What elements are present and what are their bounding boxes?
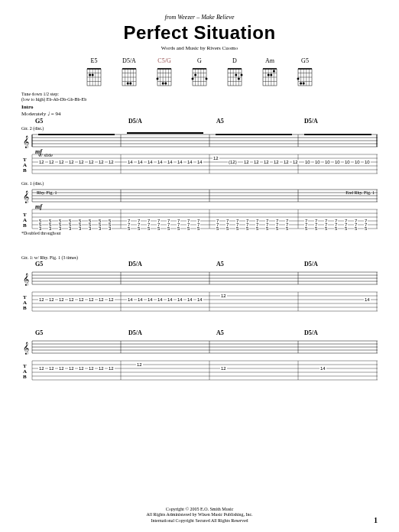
tab-numbers: 1212121212121212 1414141414141414 12 14 <box>21 290 378 313</box>
chord-grid-icon <box>121 66 138 87</box>
svg-text:𝄞: 𝄞 <box>23 342 29 355</box>
chord-grid-icon <box>297 66 313 87</box>
svg-point-67 <box>268 74 270 76</box>
svg-point-81 <box>303 83 305 85</box>
tab-gtr1: TAB 553 553 553 553 553 553 553 553 775 … <box>21 207 378 230</box>
from-line: from Weezer – Make Believe <box>21 14 378 21</box>
chord-line: G5 D5/A A5 D5/A <box>21 118 378 125</box>
gtr2-label: Gtr. 2 (dist.) <box>21 126 378 131</box>
chord-c5g: C5/G <box>156 57 173 87</box>
chord-am: Am <box>261 57 278 87</box>
svg-point-31 <box>157 78 159 80</box>
tab-numbers: 1212121212121212 12 12 14 <box>21 358 378 381</box>
doubled-note: *Doubled throughout <box>21 231 378 235</box>
svg-rect-96 <box>304 134 371 135</box>
svg-point-44 <box>194 74 196 76</box>
tempo: Moderately ♩ = 94 <box>21 111 378 117</box>
svg-point-80 <box>300 83 302 85</box>
svg-point-55 <box>235 74 237 76</box>
svg-text:𝄞: 𝄞 <box>23 190 29 204</box>
sheet-page: from Weezer – Make Believe Perfect Situa… <box>0 0 399 532</box>
svg-point-32 <box>162 83 164 85</box>
chord-grid-icon <box>156 66 173 87</box>
svg-point-79 <box>297 78 300 80</box>
svg-point-33 <box>164 83 167 85</box>
tab-gtr2: TAB 1212121212121212 1414141414141414 12… <box>21 152 378 175</box>
svg-rect-95 <box>216 134 292 135</box>
svg-text:𝄞: 𝄞 <box>23 273 29 287</box>
chord-grid-icon <box>261 66 278 87</box>
credits: Words and Music by Rivers Cuomo <box>21 45 378 51</box>
svg-point-69 <box>273 70 275 73</box>
system-2: G5 D5/A A5 D5/A 𝄞 TAB <box>21 261 378 313</box>
svg-rect-94 <box>127 132 203 134</box>
chord-grid-icon <box>86 66 102 87</box>
tab-sys2: TAB 1212121212121212 1414141414141414 12… <box>21 290 378 313</box>
svg-rect-93 <box>38 134 115 135</box>
staff-notation: 𝄞 <box>21 338 378 358</box>
song-title: Perfect Situation <box>21 22 378 44</box>
sys2-label: Gtr. 1: w/ Rhy. Fig. 1 (3 times) <box>21 255 378 260</box>
svg-point-21 <box>129 83 131 85</box>
svg-point-57 <box>241 74 243 76</box>
svg-point-10 <box>92 74 94 76</box>
footer: Copyright © 2005 E.O. Smith Music All Ri… <box>0 507 399 524</box>
system-1-gtr1: Gtr. 1 (dist.) Rhy. Fig. 1 End Rhy. Fig.… <box>21 181 378 235</box>
chord-g5: G5 <box>297 57 313 87</box>
chord-g: G <box>191 57 208 87</box>
header: from Weezer – Make Believe Perfect Situa… <box>21 14 378 51</box>
staff-notation: 𝄞 <box>21 269 378 289</box>
svg-point-9 <box>89 74 91 76</box>
chord-grid-icon <box>191 66 208 87</box>
chord-diagrams: E5 D5/A C5/G G D Am G5 <box>21 57 378 87</box>
svg-point-68 <box>270 74 272 76</box>
section-intro: Intro <box>21 104 378 110</box>
chord-d: D <box>226 57 243 87</box>
svg-point-20 <box>127 83 129 85</box>
page-number: 1 <box>374 516 378 524</box>
svg-point-43 <box>192 78 194 80</box>
tab-sys3: TAB 1212121212121212 12 12 14 <box>21 358 378 381</box>
gtr1-label: Gtr. 1 (dist.) <box>21 181 378 186</box>
chord-d5a: D5/A <box>121 57 138 87</box>
svg-text:𝄞: 𝄞 <box>23 135 29 149</box>
svg-point-45 <box>206 78 208 80</box>
tab-numbers: 1212121212121212 1414141414141414 12(12)… <box>21 152 378 175</box>
system-1-gtr2: G5 D5/A A5 D5/A Gtr. 2 (dist.) 𝄞 mf w/ s… <box>21 118 378 175</box>
chord-e5: E5 <box>86 57 102 87</box>
system-3: G5 D5/A A5 D5/A 𝄞 TAB <box>21 329 378 381</box>
staff-notation: 𝄞 mf <box>21 187 378 206</box>
tab-numbers: 553 553 553 553 553 553 553 553 775 775 … <box>21 207 378 230</box>
staff-notation: 𝄞 mf w/ slide <box>21 131 378 151</box>
tuning: Tune down 1/2 step: (low to high) Eb-Ab-… <box>21 92 378 102</box>
chord-grid-icon <box>226 66 243 87</box>
svg-point-56 <box>238 78 240 80</box>
